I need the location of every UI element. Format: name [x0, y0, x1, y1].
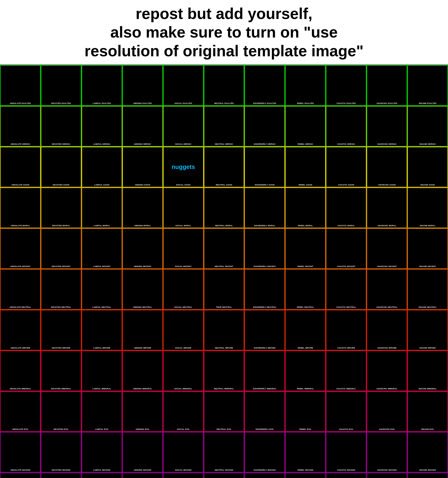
grid-cell: ABIDING GOOD [122, 147, 163, 188]
grid-cell: INSANE HEROIC [407, 106, 448, 147]
cell-label: LAWFUL GOOD [82, 183, 122, 186]
cell-label: DEVOTED NEUTRAL [41, 306, 81, 309]
cell-label: DEVOTED EXALTED [41, 102, 81, 105]
cell-label: REBEL IMMORAL [286, 387, 325, 390]
cell-label: REBEL EVIL [286, 428, 325, 431]
grid-cell: LAWFUL IMMORAL [81, 351, 122, 391]
cell-label: ABSOLUTE MORAL [1, 224, 40, 227]
grid-cell: INSANE EVIL [407, 391, 448, 432]
grid-cell: ABSOLUTE EVIL [0, 391, 41, 432]
cell-label: CHAOTIC WICKED [326, 469, 366, 472]
cell-label: ABIDING MORAL [123, 224, 162, 227]
grid-cell: ABSOLUTE IMPURE [0, 310, 41, 351]
grid-cell: SOCIAL DECENT [163, 228, 204, 269]
cell-label: SOCIAL NEUTRAL [164, 306, 203, 309]
header-line1: repost but add yourself, [136, 5, 312, 22]
grid-cell: ANARCHIC DECENT [367, 228, 407, 269]
grid-cell: ANARCHIC VILE [367, 473, 407, 478]
grid-cell: INSANE WICKED [407, 432, 448, 473]
grid-cell: ABSOLUTE EXALTED [0, 65, 41, 106]
grid-cell: LAWFUL IMPURE [81, 310, 122, 351]
cell-label: DEVOTED WICKED [41, 469, 81, 472]
grid-cell: DISORDERLY MORAL [244, 188, 285, 228]
cell-label: NEUTRAL IMMORAL [204, 387, 244, 390]
grid-cell: SOCIAL EVIL [163, 391, 204, 432]
grid-cell: TRUE NEUTRAL [204, 269, 244, 310]
cell-label: SOCIAL EXALTED [164, 102, 203, 105]
grid-cell: SOCIAL VILE [163, 473, 204, 478]
grid-cell: REBEL NEUTRAL [285, 269, 326, 310]
grid-cell: ABSOLUTE NEUTRAL [0, 269, 41, 310]
grid-cell: CHAOTIC IMMORAL [326, 351, 367, 391]
grid-cell: REBEL WICKED [285, 432, 326, 473]
grid-cell: ABIDING WICKED [122, 432, 163, 473]
cell-label: LAWFUL EVIL [82, 428, 122, 431]
grid-cell: NEUTRAL GOOD [204, 147, 244, 188]
cell-label: ABIDING IMPURE [123, 346, 162, 349]
cell-label: CHAOTIC IMMORAL [326, 387, 366, 390]
grid-cell: REBEL IMMORAL [285, 351, 326, 391]
cell-label: REBEL DECENT [286, 265, 325, 268]
cell-label: ABSOLUTE EXALTED [1, 102, 40, 105]
cell-label: ANARCHIC HEROIC [367, 143, 407, 146]
cell-label: LAWFUL DECENT [82, 265, 122, 268]
grid-cell: ABSOLUTE GOOD [0, 147, 41, 188]
cell-label: NEUTRAL EVIL [204, 428, 244, 431]
cell-label: INSANE IMMORAL [408, 387, 447, 390]
cell-label: NEUTRAL HEROIC [204, 143, 244, 146]
grid-cell: ABSOLUTE DECENT [0, 228, 41, 269]
cell-label: REBEL HEROIC [286, 143, 325, 146]
cell-label: REBEL EXALTED [286, 102, 325, 105]
grid-cell: ABIDING VILE [122, 473, 163, 478]
cell-label: ABIDING HEROIC [123, 143, 162, 146]
cell-label: ABSOLUTE IMMORAL [1, 387, 40, 390]
cell-label: ABSOLUTE GOOD [1, 183, 40, 186]
grid-cell: REBEL GOOD [285, 147, 326, 188]
cell-label: INSANE DECENT [408, 265, 447, 268]
grid-cell: LAWFUL EVIL [81, 391, 122, 432]
cell-label: INSANE HEROIC [408, 143, 447, 146]
nuggets-label: nuggets [172, 164, 195, 170]
grid-cell: ANARCHIC EVIL [367, 391, 407, 432]
header: repost but add yourself, also make sure … [0, 0, 448, 64]
cell-label: DISORDERLY IMMORAL [245, 387, 284, 390]
grid-cell: DEVOTED HEROIC [41, 106, 81, 147]
cell-label: TRUE NEUTRAL [204, 306, 244, 309]
grid-cell: DEVOTED GOOD [41, 147, 81, 188]
grid-cell: ABSOLUTE IMMORAL [0, 351, 41, 391]
grid-cell: LAWFUL DECENT [81, 228, 122, 269]
grid-cell: ABIDING IMPURE [122, 310, 163, 351]
cell-label: CHAOTIC DECENT [326, 265, 366, 268]
grid-cell: CHAOTIC WICKED [326, 432, 367, 473]
cell-label: LAWFUL WICKED [82, 469, 122, 472]
page-wrapper: repost but add yourself, also make sure … [0, 0, 448, 478]
grid-cell: SOCIAL IMMORAL [163, 351, 204, 391]
grid-cell: CHAOTIC DECENT [326, 228, 367, 269]
cell-label: ABSOLUTE NEUTRAL [1, 306, 40, 309]
cell-label: ABIDING EVIL [123, 428, 162, 431]
grid-cell: NEUTRAL EXALTED [204, 65, 244, 106]
grid-cell: DEVOTED DECENT [41, 228, 81, 269]
grid-cell: SOCIAL MORAL [163, 188, 204, 228]
grid-cell: nuggetsSOCIAL GOOD [163, 147, 204, 188]
grid-cell: LAWFUL HEROIC [81, 106, 122, 147]
cell-label: NEUTRAL EXALTED [204, 102, 244, 105]
grid-cell: ANARCHIC EXALTED [367, 65, 407, 106]
grid-cell: REBEL MORAL [285, 188, 326, 228]
cell-label: ANARCHIC IMMORAL [367, 387, 407, 390]
cell-label: ABIDING IMMORAL [123, 387, 162, 390]
cell-label: SOCIAL HEROIC [164, 143, 203, 146]
grid-cell: DISORDERLY NEUTRAL [244, 269, 285, 310]
cell-label: DISORDERLY EXALTED [245, 102, 284, 105]
grid-cell: CHAOTIC VILE [326, 473, 367, 478]
cell-label: SOCIAL IMPURE [164, 346, 203, 349]
cell-label: REBEL IMPURE [286, 346, 325, 349]
grid-cell: REBEL VILE [285, 473, 326, 478]
cell-label: SOCIAL GOOD [164, 183, 203, 186]
cell-label: ANARCHIC EVIL [367, 428, 407, 431]
cell-label: ANARCHIC WICKED [367, 469, 407, 472]
grid-cell: INSANE IMMORAL [407, 351, 448, 391]
cell-label: CHAOTIC NEUTRAL [326, 306, 366, 309]
grid-cell: CHAOTIC NEUTRAL [326, 269, 367, 310]
cell-label: SOCIAL IMMORAL [164, 387, 203, 390]
